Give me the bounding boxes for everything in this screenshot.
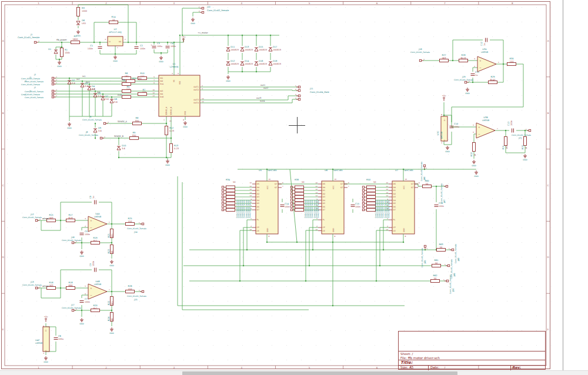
component-diode[interactable]: [117, 147, 121, 150]
component-resistor[interactable]: [459, 59, 468, 62]
connector-pin[interactable]: [362, 193, 364, 195]
connector-pin[interactable]: [222, 206, 223, 207]
component-resistor[interactable]: [423, 185, 432, 188]
component-resistor[interactable]: [295, 199, 304, 202]
connector-pin[interactable]: [465, 81, 466, 83]
component-resistor[interactable]: [524, 137, 527, 146]
connector-pin[interactable]: [52, 93, 54, 95]
component-resistor[interactable]: [505, 137, 507, 146]
connector-pin[interactable]: [202, 7, 203, 9]
component-resistor[interactable]: [226, 186, 235, 189]
connector-pin[interactable]: [222, 193, 223, 195]
connector-pin[interactable]: [362, 199, 364, 201]
connector-pin[interactable]: [447, 264, 449, 266]
power-flag[interactable]: [443, 97, 445, 99]
connector-pin[interactable]: [52, 77, 54, 79]
connector-pin[interactable]: [100, 137, 102, 139]
component-resistor[interactable]: [71, 41, 80, 44]
connector-pin[interactable]: [362, 209, 364, 210]
component-resistor[interactable]: [226, 205, 235, 208]
connector-pin[interactable]: [298, 98, 300, 100]
component-resistor[interactable]: [109, 21, 118, 24]
component-resistor[interactable]: [126, 80, 135, 83]
connector-pin[interactable]: [72, 242, 74, 243]
component-diode[interactable]: [255, 48, 258, 52]
connector-pin[interactable]: [142, 223, 143, 225]
connector-pin[interactable]: [362, 206, 364, 207]
component-diode[interactable]: [110, 100, 113, 103]
connector-pin[interactable]: [529, 129, 530, 131]
component-resistor[interactable]: [165, 126, 168, 135]
connector-pin[interactable]: [290, 206, 292, 207]
connector-pin[interactable]: [35, 287, 37, 289]
connector-pin[interactable]: [452, 249, 453, 250]
connector-pin[interactable]: [424, 245, 426, 247]
component-resistor[interactable]: [226, 199, 235, 202]
component-resistor[interactable]: [367, 192, 376, 195]
component-resistor[interactable]: [61, 48, 64, 57]
connector-pin[interactable]: [35, 219, 37, 221]
connector-pin[interactable]: [222, 189, 223, 191]
connector-pin[interactable]: [52, 83, 54, 85]
component-diode[interactable]: [240, 62, 244, 66]
connector-pin[interactable]: [222, 199, 223, 201]
connector-pin[interactable]: [222, 209, 223, 210]
connector-pin[interactable]: [202, 11, 203, 13]
connector-pin[interactable]: [142, 290, 143, 292]
component-diode[interactable]: [255, 62, 258, 66]
horizontal-scrollbar-thumb[interactable]: [182, 371, 457, 375]
component-diode[interactable]: [93, 129, 97, 133]
component-resistor[interactable]: [507, 63, 516, 66]
component-resistor[interactable]: [489, 81, 497, 84]
connector-pin[interactable]: [52, 90, 54, 92]
component-resistor[interactable]: [431, 280, 440, 283]
component-resistor[interactable]: [295, 192, 304, 195]
component-diode[interactable]: [226, 48, 230, 52]
component-resistor[interactable]: [77, 8, 80, 16]
component-diode[interactable]: [54, 51, 58, 54]
wire[interactable]: [200, 96, 298, 100]
component-resistor[interactable]: [66, 219, 75, 222]
component-resistor[interactable]: [226, 209, 235, 212]
connector-pin[interactable]: [52, 80, 54, 82]
component-resistor[interactable]: [226, 189, 235, 192]
component-resistor[interactable]: [432, 264, 441, 267]
component-resistor[interactable]: [133, 122, 142, 125]
component-resistor[interactable]: [295, 202, 304, 205]
component-resistor[interactable]: [367, 196, 376, 199]
component-diode[interactable]: [240, 48, 244, 52]
connector-pin[interactable]: [290, 199, 292, 201]
component-diode[interactable]: [226, 62, 230, 66]
component-resistor[interactable]: [295, 209, 304, 212]
component-diode[interactable]: [76, 21, 80, 25]
component-resistor[interactable]: [130, 137, 139, 140]
schematic-canvas[interactable]: 1122334455667788AABBCCDDEE11212341111111…: [0, 0, 588, 375]
component-resistor[interactable]: [295, 186, 304, 189]
connector-pin[interactable]: [362, 186, 364, 188]
wire[interactable]: [200, 90, 298, 91]
connector-pin[interactable]: [362, 202, 364, 204]
connector-pin[interactable]: [34, 41, 36, 43]
component-resistor[interactable]: [437, 249, 446, 252]
connector-pin[interactable]: [290, 202, 292, 204]
component-resistor[interactable]: [295, 189, 304, 192]
component-diode[interactable]: [88, 87, 91, 91]
component-diode[interactable]: [269, 62, 272, 66]
connector-pin[interactable]: [419, 59, 421, 61]
component-resistor[interactable]: [295, 205, 304, 208]
connector-pin[interactable]: [446, 185, 447, 187]
component-resistor[interactable]: [473, 143, 476, 152]
component-resistor[interactable]: [122, 96, 131, 99]
component-resistor[interactable]: [126, 290, 135, 293]
connector-pin[interactable]: [423, 165, 425, 166]
connector-pin[interactable]: [446, 280, 448, 282]
component-resistor[interactable]: [170, 144, 173, 153]
connector-pin[interactable]: [103, 122, 105, 124]
connector-pin[interactable]: [362, 196, 364, 197]
power-flag[interactable]: [45, 318, 47, 320]
connector-pin[interactable]: [362, 189, 364, 191]
connector-pin[interactable]: [290, 209, 292, 210]
component-resistor[interactable]: [226, 192, 235, 195]
connector-pin[interactable]: [222, 186, 223, 188]
connector-pin[interactable]: [222, 202, 223, 204]
